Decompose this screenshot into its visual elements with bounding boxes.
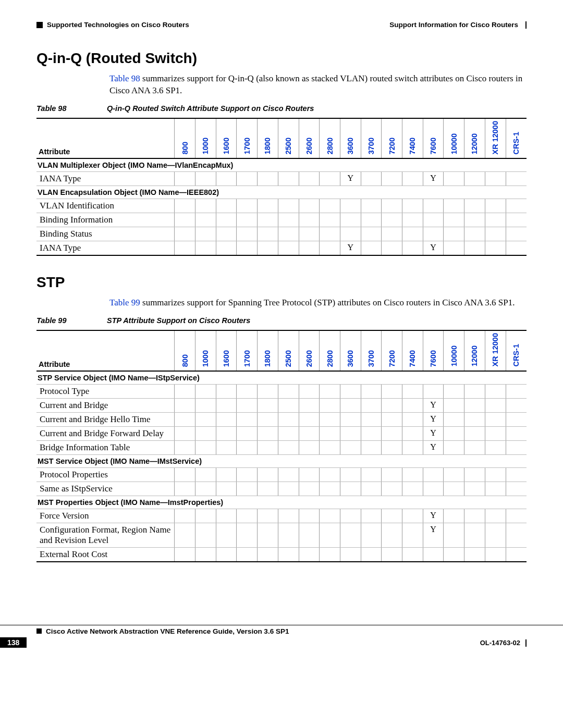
- router-column-header[interactable]: 800: [175, 118, 195, 159]
- support-cell: [278, 523, 299, 547]
- table-row: Configuration Format, Region Name and Re…: [36, 523, 527, 547]
- support-cell: [278, 547, 299, 562]
- router-column-header[interactable]: 12000: [464, 118, 485, 159]
- table-row: Protocol Type: [36, 384, 527, 398]
- table-reference-link[interactable]: Table 98: [109, 73, 140, 83]
- support-cell: [175, 398, 195, 412]
- router-column-header[interactable]: 3600: [340, 118, 361, 159]
- router-column-header[interactable]: 10000: [444, 118, 464, 159]
- support-cell: [340, 426, 361, 440]
- support-cell: [361, 227, 382, 241]
- support-cell: [175, 172, 195, 186]
- attribute-name: Current and Bridge Hello Time: [36, 412, 175, 426]
- support-cell: [258, 227, 278, 241]
- router-column-header[interactable]: 2800: [320, 330, 340, 371]
- support-cell: [258, 467, 278, 482]
- router-column-header[interactable]: 800: [175, 330, 195, 371]
- router-column-header[interactable]: 3700: [361, 330, 382, 371]
- support-cell: [237, 241, 258, 256]
- support-cell: [216, 241, 237, 256]
- router-column-header[interactable]: 2600: [299, 118, 320, 159]
- support-cell: [464, 523, 485, 547]
- support-cell: [299, 523, 320, 547]
- support-cell: [382, 398, 402, 412]
- support-cell: [506, 440, 527, 454]
- router-column-header[interactable]: 2500: [278, 118, 299, 159]
- router-column-header[interactable]: 1700: [237, 118, 258, 159]
- support-cell: [299, 213, 320, 227]
- table-row: Current and BridgeY: [36, 398, 527, 412]
- support-cell: [237, 227, 258, 241]
- support-cell: [195, 213, 216, 227]
- router-column-header[interactable]: 1800: [258, 118, 278, 159]
- router-column-header[interactable]: 1000: [195, 330, 216, 371]
- support-cell: [361, 440, 382, 454]
- support-cell: [485, 482, 506, 496]
- support-cell: [464, 412, 485, 426]
- support-cell: [237, 523, 258, 547]
- support-cell: [485, 412, 506, 426]
- support-cell: [320, 241, 340, 256]
- router-column-header[interactable]: 7600: [423, 330, 444, 371]
- table-caption: Table 98Q-in-Q Routed Switch Attribute S…: [36, 104, 527, 113]
- support-cell: [195, 412, 216, 426]
- support-cell: [320, 398, 340, 412]
- group-header: MST Service Object (IMO Name—IMstService…: [36, 454, 527, 467]
- section-title: Q-in-Q (Routed Switch): [36, 50, 527, 67]
- support-cell: [195, 467, 216, 482]
- router-column-header[interactable]: 1600: [216, 330, 237, 371]
- support-cell: [299, 482, 320, 496]
- support-cell: Y: [423, 241, 444, 256]
- support-cell: [464, 440, 485, 454]
- router-column-header[interactable]: CRS-1: [506, 118, 527, 159]
- support-cell: [278, 227, 299, 241]
- support-cell: Y: [423, 172, 444, 186]
- support-cell: [382, 426, 402, 440]
- router-column-header[interactable]: 1600: [216, 118, 237, 159]
- support-cell: [195, 523, 216, 547]
- support-cell: [464, 227, 485, 241]
- router-column-header[interactable]: 1000: [195, 118, 216, 159]
- support-cell: [320, 523, 340, 547]
- router-column-header[interactable]: CRS-1: [506, 330, 527, 371]
- attribute-name: Binding Status: [36, 227, 175, 241]
- router-column-header[interactable]: 7600: [423, 118, 444, 159]
- router-column-header[interactable]: 1800: [258, 330, 278, 371]
- support-cell: [195, 384, 216, 398]
- support-cell: [299, 241, 320, 256]
- support-cell: [237, 509, 258, 523]
- router-column-header[interactable]: 2500: [278, 330, 299, 371]
- router-column-header[interactable]: 2600: [299, 330, 320, 371]
- router-column-header[interactable]: 3600: [340, 330, 361, 371]
- router-column-header[interactable]: 7200: [382, 118, 402, 159]
- router-column-header[interactable]: XR 12000: [485, 118, 506, 159]
- router-column-header[interactable]: 1700: [237, 330, 258, 371]
- router-column-header[interactable]: XR 12000: [485, 330, 506, 371]
- header-chapter: Support Information for Cisco Routers: [389, 21, 518, 29]
- support-cell: [258, 509, 278, 523]
- support-cell: [444, 172, 464, 186]
- router-column-header[interactable]: 3700: [361, 118, 382, 159]
- router-column-header[interactable]: 12000: [464, 330, 485, 371]
- support-cell: [278, 398, 299, 412]
- support-cell: [423, 467, 444, 482]
- router-column-header[interactable]: 7200: [382, 330, 402, 371]
- support-cell: [402, 213, 423, 227]
- support-cell: [195, 547, 216, 562]
- router-column-header[interactable]: 7400: [402, 330, 423, 371]
- support-cell: [195, 509, 216, 523]
- support-cell: [506, 482, 527, 496]
- support-cell: [340, 467, 361, 482]
- router-column-header[interactable]: 7400: [402, 118, 423, 159]
- attribute-table: Attribute8001000160017001800250026002800…: [36, 330, 527, 562]
- support-cell: [485, 241, 506, 256]
- support-cell: [258, 426, 278, 440]
- router-column-header[interactable]: 2800: [320, 118, 340, 159]
- table-reference-link[interactable]: Table 99: [109, 298, 140, 307]
- support-cell: [175, 467, 195, 482]
- support-cell: [361, 199, 382, 213]
- support-cell: [278, 384, 299, 398]
- router-column-header[interactable]: 10000: [444, 330, 464, 371]
- support-cell: [278, 199, 299, 213]
- support-cell: [216, 547, 237, 562]
